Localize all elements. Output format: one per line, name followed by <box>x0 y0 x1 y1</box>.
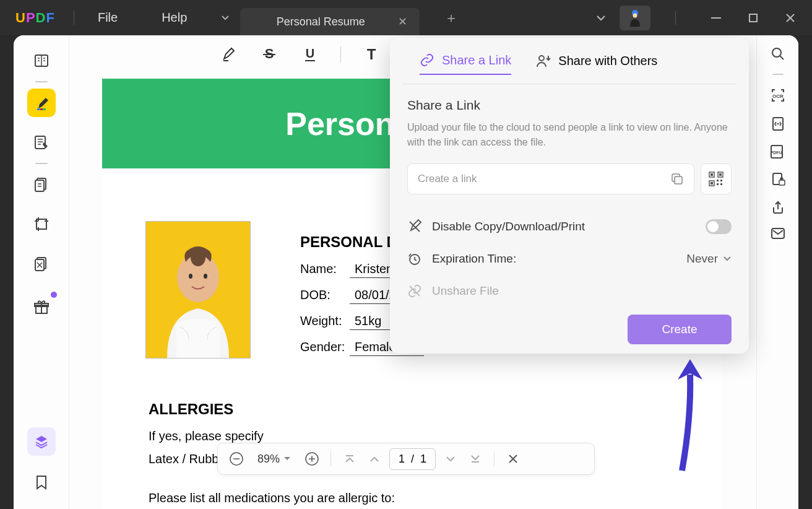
share-panel: Share a Link Share with Others Share a L… <box>390 38 749 354</box>
svg-point-40 <box>539 56 544 61</box>
svg-rect-42 <box>675 176 682 184</box>
email-icon[interactable] <box>771 227 785 240</box>
tab-share-link[interactable]: Share a Link <box>420 53 511 75</box>
separator <box>772 74 784 75</box>
allergies-line1: If yes, please specify <box>149 429 395 443</box>
zoom-out-icon[interactable] <box>227 449 246 469</box>
strikethrough-icon[interactable]: S <box>259 44 280 65</box>
share-link-input[interactable]: Create a link <box>407 163 694 194</box>
layers-icon[interactable] <box>27 427 56 456</box>
close-toolbar-icon[interactable] <box>503 449 523 469</box>
svg-rect-50 <box>720 180 722 181</box>
create-button[interactable]: Create <box>628 315 732 344</box>
workspace: OCR PDF/A S U T Personal Resum <box>14 35 798 509</box>
svg-text:OCR: OCR <box>772 94 784 99</box>
gender-label: Gender: <box>300 340 350 354</box>
name-label: Name: <box>300 262 350 276</box>
svg-text:T: T <box>367 47 376 62</box>
disable-copy-toggle[interactable] <box>706 219 732 234</box>
svg-rect-52 <box>720 183 722 185</box>
share-icon[interactable] <box>771 200 785 215</box>
bookmark-icon[interactable] <box>27 468 56 497</box>
divider <box>494 451 495 466</box>
copy-icon[interactable] <box>670 172 684 186</box>
reader-tool-icon[interactable] <box>27 46 56 75</box>
gift-tool-icon[interactable] <box>27 293 56 321</box>
search-icon[interactable] <box>771 46 785 61</box>
svg-point-1 <box>633 13 637 17</box>
notification-dot <box>51 292 57 298</box>
first-page-icon[interactable] <box>340 449 360 469</box>
tab-add-icon[interactable]: ＋ <box>444 9 458 27</box>
prev-page-icon[interactable] <box>365 449 384 469</box>
last-page-icon[interactable] <box>465 449 485 469</box>
tab-dropdown-icon[interactable] <box>217 9 234 27</box>
weight-label: Weight: <box>300 314 350 328</box>
chevron-down-icon[interactable] <box>589 6 613 30</box>
highlight-tool-icon[interactable] <box>27 89 56 117</box>
next-page-icon[interactable] <box>441 449 460 469</box>
expiration-value: Never <box>686 252 718 266</box>
svg-text:U: U <box>306 47 314 60</box>
expiration-row: Expiration Time: Never <box>407 243 732 275</box>
svg-point-31 <box>189 274 192 279</box>
page-total: 1 <box>420 453 426 466</box>
ocr-icon[interactable]: OCR <box>770 87 786 103</box>
close-icon[interactable] <box>775 6 806 30</box>
minimize-icon[interactable] <box>701 6 732 30</box>
tab-share-others[interactable]: Share with Others <box>536 53 657 75</box>
unshare-label: Unshare File <box>432 284 499 298</box>
svg-point-32 <box>204 274 207 279</box>
svg-rect-6 <box>37 108 40 110</box>
svg-text:PDF/A: PDF/A <box>770 150 783 155</box>
expiration-dropdown[interactable]: Never <box>686 252 732 266</box>
user-avatar[interactable] <box>620 6 650 30</box>
divider <box>330 451 331 466</box>
divider <box>340 46 341 63</box>
highlighter-icon[interactable] <box>218 44 239 65</box>
separator <box>35 81 48 82</box>
page-input[interactable]: 1 / 1 <box>389 448 436 470</box>
menu-help[interactable]: Help <box>157 11 192 25</box>
maximize-icon[interactable] <box>738 6 769 30</box>
share-link-placeholder: Create a link <box>418 173 477 185</box>
divider <box>675 11 676 25</box>
bottom-toolbar: 89% 1 / 1 <box>217 443 595 475</box>
crop-tool-icon[interactable] <box>27 210 56 238</box>
separator <box>35 163 48 164</box>
disable-copy-label: Disable Copy/Download/Print <box>432 220 585 233</box>
tab-close-icon[interactable]: ✕ <box>398 15 407 28</box>
allergies-line3: Please list all medications you are alle… <box>149 491 395 505</box>
convert-icon[interactable] <box>771 116 785 132</box>
edit-tool-icon[interactable] <box>27 128 56 157</box>
qr-code-button[interactable] <box>701 163 732 194</box>
dob-label: DOB: <box>300 288 350 302</box>
watermark-tool-icon[interactable] <box>27 250 56 278</box>
svg-rect-7 <box>43 108 46 110</box>
allergies-heading: ALLERGIES <box>149 401 395 418</box>
text-icon[interactable]: T <box>361 44 382 65</box>
svg-rect-49 <box>717 180 719 181</box>
app-logo: UPDF <box>15 10 55 26</box>
svg-rect-3 <box>749 14 757 22</box>
svg-rect-46 <box>710 173 713 176</box>
svg-rect-22 <box>779 180 785 185</box>
expiration-label: Expiration Time: <box>432 252 516 266</box>
menu-file[interactable]: File <box>93 11 123 25</box>
pdfa-icon[interactable]: PDF/A <box>769 144 787 159</box>
svg-rect-48 <box>710 182 713 185</box>
zoom-in-icon[interactable] <box>302 449 322 469</box>
svg-rect-2 <box>711 17 721 19</box>
protect-icon[interactable] <box>771 172 785 188</box>
underline-icon[interactable]: U <box>300 44 321 65</box>
profile-photo <box>145 221 251 359</box>
tab-share-others-label: Share with Others <box>558 54 657 68</box>
svg-rect-47 <box>719 173 722 176</box>
pages-tool-icon[interactable] <box>27 170 56 199</box>
share-description: Upload your file to the cloud to send pe… <box>407 120 732 150</box>
page-current: 1 <box>399 453 405 466</box>
tab-current[interactable]: Personal Resume ✕ <box>240 8 420 35</box>
zoom-display[interactable]: 89% <box>251 453 297 466</box>
right-sidebar: OCR PDF/A <box>756 35 798 509</box>
svg-rect-8 <box>35 136 45 149</box>
